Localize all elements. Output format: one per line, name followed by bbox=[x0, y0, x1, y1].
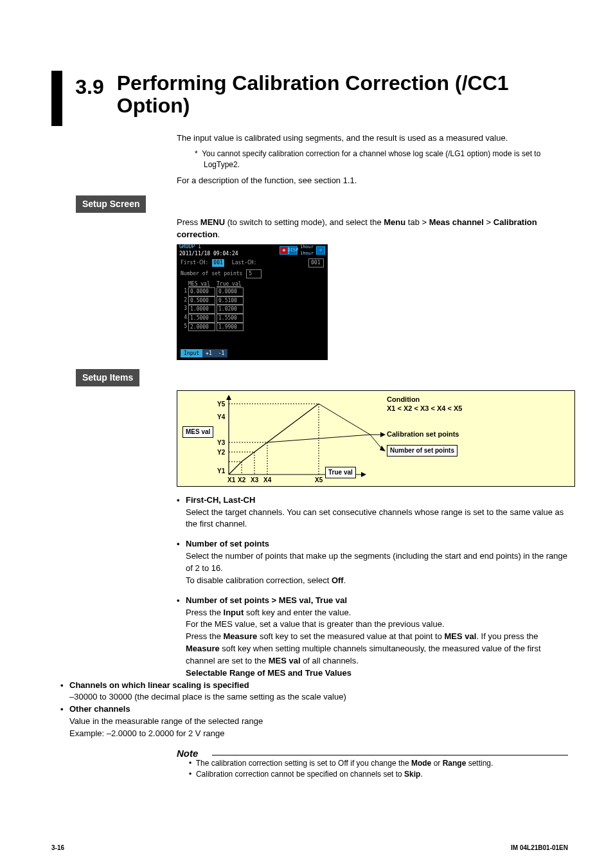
y5-label: Y5 bbox=[217, 400, 225, 410]
row-idx: 4 bbox=[181, 314, 187, 323]
y4-label: Y4 bbox=[217, 413, 225, 422]
menu-instruction: Press MENU (to switch to setting mode), … bbox=[177, 217, 568, 241]
mes-body3: Press the Measure soft key to set the me… bbox=[186, 631, 568, 667]
first-ch-label: First-CH: bbox=[181, 259, 208, 267]
x4-label: X4 bbox=[263, 476, 271, 485]
mes-true-heading: •Number of set points > MES val, True va… bbox=[177, 595, 568, 607]
disp-icon: DISP bbox=[289, 246, 298, 255]
mes-val-box: MES val bbox=[182, 426, 213, 439]
x3-label: X3 bbox=[251, 476, 258, 485]
row-idx: 5 bbox=[181, 323, 187, 332]
num-points-label: Number of set points bbox=[181, 270, 242, 278]
row-idx: 2 bbox=[181, 296, 187, 305]
table-row: 20.50000.5100 bbox=[181, 296, 324, 305]
note-rule bbox=[212, 755, 568, 755]
true-cell[interactable]: 1.0200 bbox=[217, 305, 244, 314]
doc-id: IM 04L21B01-01EN bbox=[511, 844, 568, 853]
section-title: Performing Calibration Correction (/CC1 … bbox=[117, 72, 568, 117]
text: > bbox=[484, 217, 493, 227]
first-last-heading: •First-CH, Last-CH bbox=[177, 494, 568, 507]
svg-marker-16 bbox=[380, 432, 386, 437]
first-last-body: Select the target channels. You can set … bbox=[186, 507, 568, 531]
svg-marker-18 bbox=[380, 446, 386, 451]
num-points-box: Number of set points bbox=[387, 445, 458, 457]
table-row: 31.00001.0200 bbox=[181, 305, 324, 314]
first-ch-value[interactable]: 001 bbox=[212, 259, 224, 267]
menu-tab: Menu bbox=[384, 217, 405, 227]
mes-cell[interactable]: 0.0000 bbox=[188, 287, 215, 296]
footnote-text: You cannot specify calibration correctio… bbox=[202, 149, 540, 169]
x1-label: X1 bbox=[227, 476, 235, 485]
mes-body1: Press the Input soft key and enter the v… bbox=[186, 607, 568, 619]
datetime-label: 2011/11/18 09:04:24 bbox=[179, 250, 238, 258]
num-points-heading: •Number of set points bbox=[177, 538, 568, 550]
true-cell[interactable]: 1.5500 bbox=[217, 314, 244, 323]
mes-body2: For the MES value, set a value that is g… bbox=[186, 619, 568, 631]
plus-one-softkey[interactable]: +1 bbox=[202, 349, 215, 358]
svg-marker-3 bbox=[361, 472, 366, 477]
true-cell[interactable]: 1.9900 bbox=[217, 323, 244, 332]
calib-points-label: Calibration set points bbox=[387, 429, 459, 440]
meas-channel: Meas channel bbox=[429, 217, 484, 227]
true-cell[interactable]: 0.5100 bbox=[217, 296, 244, 305]
setup-items-heading: Setup Items bbox=[76, 369, 139, 386]
calibration-diagram: MES val True val Number of set points Ca… bbox=[177, 390, 575, 487]
last-ch-label: Last-CH: bbox=[232, 259, 257, 267]
x2-label: X2 bbox=[238, 476, 245, 485]
y2-label: Y2 bbox=[217, 448, 225, 458]
linear-heading: •Channels on which linear scaling is spe… bbox=[60, 680, 568, 692]
menu-key: MENU bbox=[200, 217, 225, 227]
other-body2: Example: –2.0000 to 2.0000 for 2 V range bbox=[69, 728, 568, 740]
text: Press bbox=[177, 217, 200, 227]
section-number: 3.9 bbox=[75, 72, 103, 102]
device-screenshot: GROUP 1 2011/11/18 09:04:24 ● DISP 1hour… bbox=[177, 244, 328, 360]
num-points-value[interactable]: 5 bbox=[246, 269, 262, 278]
y1-label: Y1 bbox=[217, 467, 225, 476]
range-heading: Selectable Range of MES and True Values bbox=[186, 667, 568, 680]
note-item-2: • Calibration correction cannot be speci… bbox=[189, 769, 568, 780]
setup-screen-heading: Setup Screen bbox=[76, 195, 146, 212]
see-section-ref: For a description of the function, see s… bbox=[177, 175, 568, 187]
svg-marker-1 bbox=[226, 395, 231, 400]
col-mes: MES val bbox=[188, 280, 215, 288]
condition-text: X1 < X2 < X3 < X4 < X5 bbox=[387, 404, 462, 414]
mes-cell[interactable]: 1.5000 bbox=[188, 314, 215, 323]
linear-body: –30000 to 30000 (the decimal place is th… bbox=[69, 691, 568, 703]
page-footer: 3-16 IM 04L21B01-01EN bbox=[51, 844, 568, 853]
table-row: 10.00000.0000 bbox=[181, 287, 324, 296]
intro-text: The input value is calibrated using segm… bbox=[177, 132, 568, 145]
mes-cell[interactable]: 2.0000 bbox=[188, 323, 215, 332]
num-points-body2: To disable calibration correction, selec… bbox=[186, 575, 568, 587]
mes-cell[interactable]: 1.0000 bbox=[188, 305, 215, 314]
input-softkey[interactable]: Input bbox=[181, 349, 202, 358]
hour2: 1hour bbox=[300, 250, 314, 257]
other-body1: Value in the measurable range of the sel… bbox=[69, 716, 568, 728]
row-idx: 3 bbox=[181, 305, 187, 314]
page-number: 3-16 bbox=[51, 844, 64, 853]
true-cell[interactable]: 0.0000 bbox=[217, 287, 244, 296]
text: (to switch to setting mode), and select … bbox=[225, 217, 384, 227]
last-ch-value[interactable]: 001 bbox=[308, 258, 324, 267]
x5-label: X5 bbox=[315, 476, 323, 485]
minus-one-softkey[interactable]: -1 bbox=[215, 349, 228, 358]
group-label: GROUP 1 bbox=[179, 243, 238, 251]
table-row: 41.50001.5500 bbox=[181, 314, 324, 323]
mes-cell[interactable]: 0.5000 bbox=[188, 296, 215, 305]
table-row: 52.00001.9900 bbox=[181, 323, 324, 332]
note-item-1: • The calibration correction setting is … bbox=[189, 758, 568, 769]
footnote: * You cannot specify calibration correct… bbox=[195, 149, 568, 171]
section-header: 3.9 Performing Calibration Correction (/… bbox=[51, 71, 568, 126]
diamond-icon: ◇ bbox=[316, 246, 325, 255]
col-true: True val bbox=[217, 280, 244, 288]
section-marker-bar bbox=[51, 71, 62, 126]
row-idx: 1 bbox=[181, 287, 187, 296]
footnote-star: * bbox=[195, 149, 198, 158]
num-points-body1: Select the number of points that make up… bbox=[186, 550, 568, 575]
other-heading: •Other channels bbox=[60, 703, 568, 716]
svg-line-14 bbox=[319, 404, 370, 435]
text: . bbox=[218, 230, 220, 239]
true-val-box: True val bbox=[325, 467, 356, 479]
points-table: MES val True val 10.00000.0000 20.50000.… bbox=[181, 280, 324, 332]
text: tab > bbox=[405, 217, 429, 227]
hour1: 1hour bbox=[300, 244, 314, 250]
